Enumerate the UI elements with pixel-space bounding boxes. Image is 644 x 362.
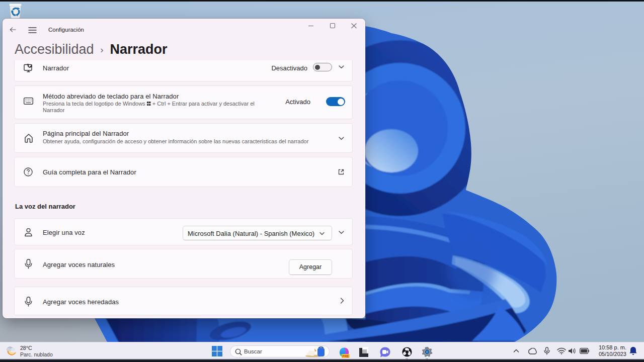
svg-text:PRE: PRE <box>342 354 349 358</box>
